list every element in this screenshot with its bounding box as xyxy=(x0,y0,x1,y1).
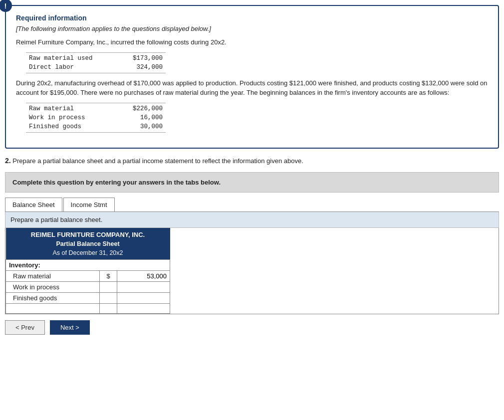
list-item: 324,000 xyxy=(120,63,166,73)
info-box: ! Required information [The following in… xyxy=(5,5,499,149)
bs-empty xyxy=(6,303,100,313)
exclamation-icon: ! xyxy=(0,0,12,12)
bs-row-value[interactable] xyxy=(117,292,170,303)
bs-empty xyxy=(117,303,170,313)
list-item: Direct labor xyxy=(26,63,120,73)
table-row: Finished goods xyxy=(6,292,170,303)
tabs-container: Balance Sheet Income Stmt xyxy=(5,198,499,212)
question2-text: 2. Prepare a partial balance sheet and a… xyxy=(5,156,499,166)
italic-note: [The following information applies to th… xyxy=(16,25,488,32)
costs-table: Raw material used$173,000Direct labor324… xyxy=(26,52,166,73)
bs-row-label: Finished goods xyxy=(6,292,100,303)
complete-box: Complete this question by entering your … xyxy=(5,172,499,193)
bs-empty xyxy=(100,303,117,313)
bs-row-value[interactable] xyxy=(117,281,170,292)
list-item: Finished goods xyxy=(26,122,117,133)
bs-row-label: Work in process xyxy=(6,281,100,292)
bs-value-input[interactable] xyxy=(120,294,167,302)
list-item: Raw material used xyxy=(26,52,120,63)
list-item: $173,000 xyxy=(120,52,166,63)
list-item: 30,000 xyxy=(117,122,166,133)
inventory-table: Raw material$226,000Work in process16,00… xyxy=(26,103,166,133)
bottom-bar: < Prev Next > xyxy=(5,320,499,335)
bs-section-header: Inventory: xyxy=(6,259,170,270)
required-info-title: Required information xyxy=(16,14,488,22)
bs-row-label: Raw material xyxy=(6,270,100,281)
bs-row-dollar xyxy=(100,281,117,292)
prepare-text: Prepare a partial balance sheet. xyxy=(5,212,499,228)
tab-income-stmt[interactable]: Income Stmt xyxy=(63,198,115,211)
bs-value-input[interactable] xyxy=(120,283,167,291)
prev-button[interactable]: < Prev xyxy=(5,320,45,335)
table-row: Raw material $ xyxy=(6,270,170,281)
description1: Reimel Furniture Company, Inc., incurred… xyxy=(16,37,488,47)
balance-sheet-wrapper: REIMEL FURNITURE COMPANY, INC. Partial B… xyxy=(5,228,499,314)
list-item: Work in process xyxy=(26,113,117,122)
list-item: Raw material xyxy=(26,103,117,113)
bs-value-input[interactable] xyxy=(120,272,167,280)
bs-subtitle1: Partial Balance Sheet xyxy=(6,239,170,248)
description2: During 20x2, manufacturing overhead of $… xyxy=(16,78,488,98)
next-button[interactable]: Next > xyxy=(50,320,90,335)
balance-sheet-table: REIMEL FURNITURE COMPANY, INC. Partial B… xyxy=(5,228,170,314)
bs-subtitle2: As of December 31, 20x2 xyxy=(6,248,170,260)
list-item: 16,000 xyxy=(117,113,166,122)
question2-number: 2. xyxy=(5,157,11,165)
table-row: Work in process xyxy=(6,281,170,292)
tab-balance-sheet[interactable]: Balance Sheet xyxy=(5,198,62,211)
bs-row-dollar xyxy=(100,292,117,303)
bs-company-name: REIMEL FURNITURE COMPANY, INC. xyxy=(6,228,170,239)
question2-body: Prepare a partial balance sheet and a pa… xyxy=(12,157,303,165)
bs-row-dollar: $ xyxy=(100,270,117,281)
list-item: $226,000 xyxy=(117,103,166,113)
bs-row-value[interactable] xyxy=(117,270,170,281)
